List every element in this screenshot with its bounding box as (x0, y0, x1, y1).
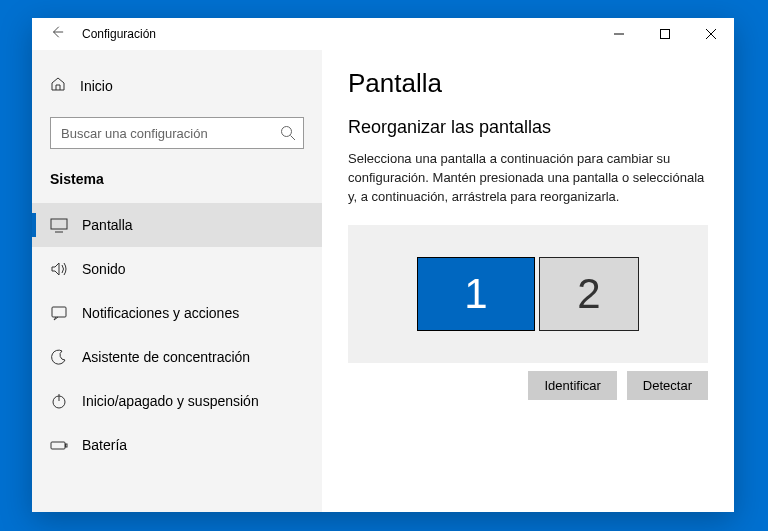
app-title: Configuración (82, 27, 156, 41)
sidebar: Inicio Sistema Pantalla (32, 50, 322, 512)
monitor-1[interactable]: 1 (417, 257, 535, 331)
action-row: Identificar Detectar (348, 371, 708, 400)
nav-item-sound[interactable]: Sonido (32, 247, 322, 291)
svg-rect-11 (51, 442, 65, 449)
nav-item-power[interactable]: Inicio/apagado y suspensión (32, 379, 322, 423)
svg-point-4 (282, 127, 292, 137)
identify-button[interactable]: Identificar (528, 371, 616, 400)
nav-item-notifications[interactable]: Notificaciones y acciones (32, 291, 322, 335)
nav-label: Notificaciones y acciones (82, 305, 239, 321)
search-input[interactable] (50, 117, 304, 149)
nav-item-focus[interactable]: Asistente de concentración (32, 335, 322, 379)
power-icon (50, 392, 68, 410)
display-icon (50, 216, 68, 234)
nav-item-battery[interactable]: Batería (32, 423, 322, 467)
svg-rect-1 (661, 30, 670, 39)
monitor-2[interactable]: 2 (539, 257, 639, 331)
search-icon (280, 125, 296, 141)
battery-icon (50, 436, 68, 454)
close-button[interactable] (688, 18, 734, 50)
svg-line-5 (291, 136, 296, 141)
svg-rect-6 (51, 219, 67, 229)
notifications-icon (50, 304, 68, 322)
nav-list: Pantalla Sonido Notificaciones y accione… (32, 203, 322, 467)
sound-icon (50, 260, 68, 278)
settings-window: Configuración Inicio (32, 18, 734, 512)
search-box (50, 117, 304, 149)
nav-label: Sonido (82, 261, 126, 277)
section-description: Selecciona una pantalla a continuación p… (348, 150, 708, 207)
back-icon[interactable] (50, 25, 64, 43)
home-link[interactable]: Inicio (32, 68, 322, 103)
nav-label: Batería (82, 437, 127, 453)
nav-label: Inicio/apagado y suspensión (82, 393, 259, 409)
main-panel: Pantalla Reorganizar las pantallas Selec… (322, 50, 734, 512)
nav-label: Asistente de concentración (82, 349, 250, 365)
moon-icon (50, 348, 68, 366)
svg-rect-8 (52, 307, 66, 317)
svg-rect-12 (66, 444, 68, 447)
detect-button[interactable]: Detectar (627, 371, 708, 400)
home-label: Inicio (80, 78, 113, 94)
monitor-label: 1 (464, 270, 487, 318)
home-icon (50, 76, 66, 95)
nav-label: Pantalla (82, 217, 133, 233)
nav-item-display[interactable]: Pantalla (32, 203, 322, 247)
section-subtitle: Reorganizar las pantallas (348, 117, 708, 138)
minimize-button[interactable] (596, 18, 642, 50)
page-title: Pantalla (348, 68, 708, 99)
display-arrangement-area: 1 2 (348, 225, 708, 363)
titlebar: Configuración (32, 18, 734, 50)
maximize-button[interactable] (642, 18, 688, 50)
section-title: Sistema (32, 167, 322, 203)
monitor-label: 2 (577, 270, 600, 318)
